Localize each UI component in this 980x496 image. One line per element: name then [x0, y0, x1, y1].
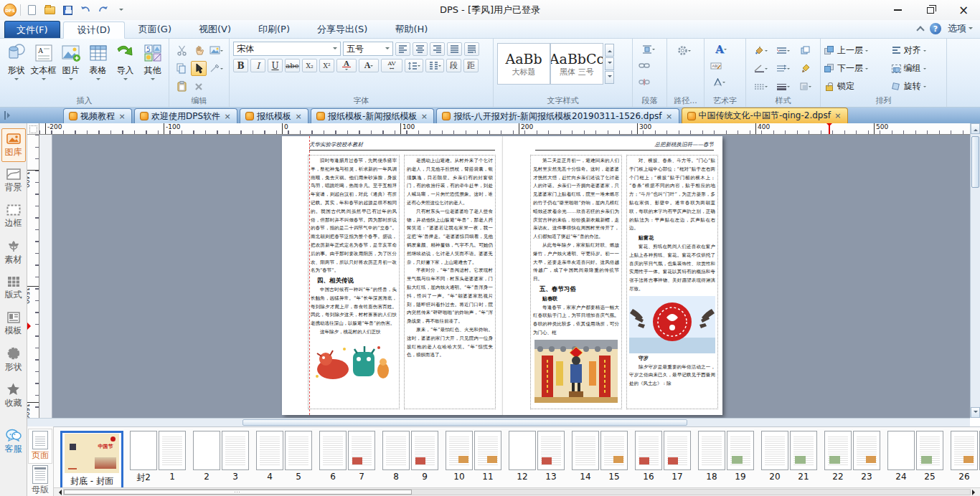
scroll-left-icon[interactable]: [56, 490, 62, 495]
wordart-button[interactable]: A: [708, 42, 734, 57]
open-button[interactable]: [42, 3, 57, 17]
text-warp-button[interactable]: [708, 75, 730, 90]
superscript-button[interactable]: X²: [319, 59, 334, 72]
thumbnail-page[interactable]: [382, 431, 410, 470]
tab-close-icon[interactable]: [420, 112, 428, 120]
thumbnail-spread[interactable]: 2425: [887, 431, 944, 482]
scroll-right-icon[interactable]: [972, 490, 978, 495]
horizontal-scroll-thumb[interactable]: [242, 419, 687, 426]
thumbnail-page[interactable]: [887, 431, 915, 470]
insert-shape-button[interactable]: 形状: [4, 42, 29, 95]
group-button[interactable]: 编组: [891, 62, 943, 75]
master-view-tab[interactable]: 母版: [28, 464, 52, 496]
copy-button[interactable]: [174, 61, 189, 76]
scroll-down-button[interactable]: [971, 407, 980, 418]
design-canvas[interactable]: 天华实验学校校本教材 旧时每逢腊月过春节，先民便杀猪宰羊，祭祀神鬼与祖灵，祈求新…: [39, 135, 970, 418]
align-left-button[interactable]: [395, 42, 410, 56]
vertical-scrollbar[interactable]: [970, 123, 980, 418]
italic-button[interactable]: I: [250, 59, 265, 72]
thumbnail-spread[interactable]: 45: [255, 431, 313, 482]
thumbnail-page[interactable]: [222, 431, 249, 470]
thumbnail-page[interactable]: [853, 431, 880, 470]
doc-tab-video-tutorial[interactable]: 视频教程: [63, 108, 132, 123]
thumbnail-page[interactable]: [348, 431, 375, 470]
strikethrough-button[interactable]: abe: [285, 59, 300, 72]
paste-button[interactable]: [174, 79, 189, 94]
sidebar-item-template[interactable]: 模板: [1, 307, 26, 341]
sidebar-item-favorites[interactable]: 收藏: [1, 379, 26, 413]
nian-beast-cartoon-image[interactable]: [311, 339, 396, 383]
insert-other-button[interactable]: 5 其他: [140, 42, 165, 95]
menu-tab-help[interactable]: 帮助(H): [381, 21, 441, 38]
menu-tab-print[interactable]: 印刷(P): [245, 21, 303, 38]
thumbnail-front-cover[interactable]: 中国节: [92, 434, 119, 473]
align-justify-button[interactable]: [447, 42, 462, 56]
tab-close-icon[interactable]: [294, 112, 303, 120]
pan-button[interactable]: [191, 43, 207, 58]
line-spacing-button[interactable]: [405, 59, 423, 72]
thumbnail-page[interactable]: [635, 431, 662, 470]
thumbnail-page[interactable]: [916, 431, 943, 470]
doc-tab-chinese-festival-active[interactable]: 中国传统文化-中国节-qing-2.dpsf: [682, 108, 848, 123]
page-right[interactable]: 总把新桃换旧符——春节 第二天是正月初一，避难回来的人们见村里安然无恙十分惊奇。…: [502, 136, 722, 415]
bring-forward-button[interactable]: 上一层: [824, 44, 885, 57]
doc-tab-newspaper-template[interactable]: 报纸模板: [240, 108, 308, 123]
styles-scroll-down-button[interactable]: [605, 57, 614, 70]
send-backward-button[interactable]: 下一层: [824, 62, 885, 75]
thumbnail-page[interactable]: [319, 431, 347, 470]
outline-button[interactable]: [750, 61, 771, 76]
vertical-scroll-thumb[interactable]: [971, 136, 979, 188]
sidebar-item-gallery[interactable]: 图库: [1, 128, 26, 162]
thumbnail-spread[interactable]: 26: [950, 431, 980, 482]
path-edit-button[interactable]: [208, 61, 224, 76]
insert-import-button[interactable]: 导入: [113, 42, 138, 95]
char-spacing-button[interactable]: AV↔: [381, 59, 402, 72]
format-copy-button[interactable]: [798, 43, 814, 58]
lock-button[interactable]: 锁定: [824, 80, 885, 92]
panel-toggle-button[interactable]: [4, 110, 16, 120]
spacing-settings-button[interactable]: 距: [463, 59, 479, 72]
underline-button[interactable]: U: [268, 59, 283, 72]
redo-button[interactable]: [96, 3, 110, 17]
arrow-style-button[interactable]: [773, 61, 793, 76]
thumbnail-scrollbar[interactable]: [54, 487, 980, 496]
align-button[interactable]: 对齐: [891, 44, 943, 57]
thumbnail-page[interactable]: [951, 431, 978, 470]
thumbnail-page[interactable]: [256, 431, 283, 470]
thumbnail-spread[interactable]: 67: [319, 431, 376, 482]
subscript-button[interactable]: X₂: [302, 59, 317, 72]
minimize-button[interactable]: [881, 1, 914, 20]
close-button[interactable]: ×: [947, 1, 980, 20]
thumbnail-spread[interactable]: 1011: [445, 431, 502, 482]
scroll-thumb[interactable]: [64, 490, 412, 495]
page-left-header[interactable]: 天华实验学校校本教材: [309, 141, 495, 151]
thumbnail-page[interactable]: [130, 431, 157, 470]
tab-close-icon[interactable]: [223, 112, 232, 120]
align-distribute-button[interactable]: [464, 42, 479, 56]
cut-button[interactable]: [174, 43, 189, 58]
tab-close-icon[interactable]: [834, 112, 842, 120]
styles-more-button[interactable]: [605, 71, 614, 84]
thumbnail-page[interactable]: [537, 431, 565, 470]
thumbnail-spread[interactable]: 2021: [760, 431, 818, 482]
thumbnail-spread[interactable]: 1213: [508, 431, 565, 482]
thumbnail-spread[interactable]: 23: [192, 431, 250, 482]
thumbnail-spread-cover-selected[interactable]: 中国节 封底 - 封面: [60, 431, 123, 487]
line-style-button[interactable]: [773, 43, 793, 58]
fill-color-button[interactable]: [750, 43, 771, 58]
font-color-button[interactable]: A: [336, 59, 357, 72]
thumbnail-page[interactable]: [727, 431, 754, 470]
thumbnail-page[interactable]: [664, 431, 691, 470]
undo-button[interactable]: [78, 3, 93, 17]
sidebar-item-material[interactable]: 素材: [1, 236, 26, 270]
sidebar-item-shape[interactable]: 形状: [1, 343, 26, 377]
text-frame-right-col1[interactable]: 第二天是正月初一，避难回来的人们见村里安然无恙十分惊奇。这时，老婆婆才恍然大悟，…: [530, 155, 622, 409]
thumbnail-page[interactable]: [446, 431, 473, 470]
insert-textbox-button[interactable]: A 文本框: [31, 42, 56, 95]
picture-replace-button[interactable]: [208, 43, 224, 58]
couplet-pasting-image[interactable]: [534, 340, 618, 403]
scroll-track[interactable]: [63, 489, 971, 495]
text-style-card-title[interactable]: AaBb 大标题: [497, 43, 550, 85]
thumbnail-spread[interactable]: 1819: [697, 431, 755, 482]
columns-button[interactable]: [425, 59, 444, 72]
